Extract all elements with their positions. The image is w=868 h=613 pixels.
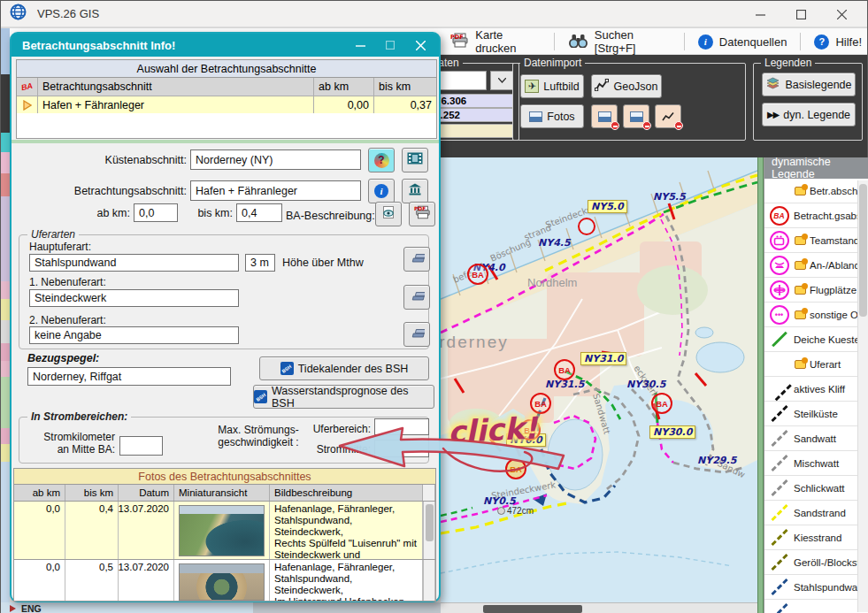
info-bubble-icon <box>795 360 806 369</box>
legend-item[interactable]: Sandstrand <box>764 501 868 525</box>
view-description-button[interactable] <box>375 202 402 226</box>
photos-col-bild[interactable]: Bildbeschreibung <box>270 485 423 501</box>
layers-icon <box>765 77 780 92</box>
photos-col-biskm[interactable]: bis km <box>65 485 119 501</box>
print-map-button[interactable]: PDF Karte drucken <box>445 28 546 55</box>
dialog-close-button[interactable] <box>405 34 435 56</box>
dialog-maximize-button[interactable] <box>375 34 405 56</box>
photo-row[interactable]: 0,0 0,4 13.07.2020 Hafenanlage, Fähranle… <box>13 502 436 560</box>
map-ba-marker[interactable] <box>578 218 595 235</box>
film-button[interactable] <box>402 148 428 172</box>
legend-item[interactable]: An-/Ablandeort <box>764 253 868 278</box>
uferbereich-input[interactable] <box>374 418 429 435</box>
search-button[interactable]: Suchen [Strg+F] <box>563 28 676 55</box>
nebenuferart2-input[interactable]: keine Angabe <box>29 326 239 344</box>
photos-col-miniatur[interactable]: Miniaturansicht <box>174 485 270 501</box>
print-description-button[interactable]: PDF <box>409 202 435 226</box>
column-header-abkm[interactable]: ab km <box>314 78 374 96</box>
data-sources-button[interactable]: i Datenquellen <box>693 34 793 50</box>
tide-calendar-button[interactable]: BSHTidekalender des BSH <box>259 356 429 380</box>
photos-scroll-thumb[interactable] <box>426 504 434 541</box>
strommitte-input[interactable] <box>374 440 429 457</box>
svg-text:PDF: PDF <box>450 34 464 41</box>
legend-item[interactable]: BABetracht.gsabschnitt <box>764 203 868 228</box>
click-annotation: click! <box>447 410 539 449</box>
nebenuferart1-input[interactable]: Steindeckwerk <box>29 289 239 307</box>
legend-item-label: Uferart <box>810 359 841 370</box>
remove-geojson-button[interactable] <box>655 104 681 128</box>
shore-type-swatch <box>771 430 787 447</box>
dynamic-legend-button[interactable]: ▶▶ dyn. Legende <box>762 103 856 126</box>
aerial-image-button[interactable]: ✈Luftbild <box>520 74 584 98</box>
legend-item[interactable]: Mischwatt <box>764 451 868 476</box>
ba-circle-icon: BA <box>770 206 789 226</box>
stromkilometer-input[interactable] <box>119 436 163 456</box>
data-import-group-title: Datenimport <box>520 57 585 69</box>
remove-photos-button[interactable] <box>623 104 649 128</box>
nebenuferart2-lookup-button[interactable] <box>403 322 430 347</box>
legend-item[interactable]: Deiche Kueste <box>764 327 868 352</box>
row-abkm: 0,00 <box>314 96 374 113</box>
map-view[interactable]: Steindeckwerk strand Böschung befe Sandw… <box>441 157 757 602</box>
remove-aerial-button[interactable] <box>591 104 618 128</box>
photos-col-abkm[interactable]: ab km <box>14 485 65 501</box>
legend-item-partial[interactable] <box>764 600 868 613</box>
photo-thumbnail[interactable] <box>179 505 265 556</box>
dialog-titlebar[interactable]: Betrachtungsabschnitt Info! <box>12 34 439 57</box>
map-legend-splitter[interactable] <box>757 157 764 613</box>
section-info-button[interactable]: i <box>368 179 395 203</box>
window-maximize-button[interactable] <box>780 1 821 27</box>
map-horizontal-scrollbar[interactable] <box>441 602 757 613</box>
base-legend-button[interactable]: Basislegende <box>762 73 856 96</box>
legend-item[interactable]: Sandwatt <box>764 426 868 451</box>
legend-item[interactable]: •••sonstige Orte <box>764 303 868 327</box>
select-coast-section-button[interactable]: ? <box>368 148 395 172</box>
legend-item[interactable]: Geröll-/Blockstrand <box>764 550 868 575</box>
geojson-button[interactable]: GeoJson <box>591 74 662 98</box>
legend-item[interactable]: Stahlspundwand <box>764 575 868 600</box>
water-level-forecast-button[interactable]: BSHWasserstandsprognose des BSH <box>253 385 434 409</box>
legend-item[interactable]: Flugplätze <box>764 278 868 303</box>
shore-type-swatch <box>771 405 787 422</box>
legend-scroll-thumb[interactable] <box>859 184 867 317</box>
legend-item[interactable]: Steilküste <box>764 402 868 426</box>
photos-col-datum[interactable]: Datum <box>119 485 174 501</box>
nebenuferart1-lookup-button[interactable] <box>403 285 430 310</box>
biskm-input[interactable]: 0,4 <box>236 203 282 222</box>
map-ba-marker[interactable]: BA <box>467 264 488 285</box>
legend-item[interactable]: Schlickwatt <box>764 476 868 501</box>
book-icon <box>410 326 425 342</box>
betrachtungsabschnitt-input[interactable]: Hafen + Fähranleger <box>190 180 361 201</box>
map-hscroll-thumb[interactable] <box>483 605 582 613</box>
legend-item[interactable]: Uferart <box>764 352 868 377</box>
map-ba-marker[interactable]: BA <box>651 393 672 414</box>
legend-item[interactable]: Kiesstrand <box>764 525 868 550</box>
building-button[interactable] <box>402 179 428 203</box>
dialog-minimize-button[interactable] <box>345 34 375 56</box>
hauptuferart-input[interactable]: Stahlspundwand <box>29 254 239 272</box>
window-close-button[interactable] <box>821 1 862 27</box>
table-row[interactable]: Hafen + Fähranleger 0,00 0,37 <box>17 96 436 113</box>
help-button[interactable]: ? Hilfe! <box>809 34 867 50</box>
abkm-input[interactable]: 0,0 <box>134 203 178 222</box>
map-ba-marker[interactable]: BA <box>554 359 575 380</box>
legend-item[interactable]: Teamstandorte <box>764 228 868 253</box>
legend-item[interactable]: Betr.abschnitt M <box>764 179 868 203</box>
legend-item[interactable]: aktives Kliff <box>764 377 868 402</box>
photos-button[interactable]: Fotos <box>520 104 584 128</box>
kuestenabschnitt-input[interactable]: Norderney (NY) <box>190 149 361 170</box>
hoehe-input[interactable]: 3 m <box>245 254 275 272</box>
column-header-name[interactable]: Betrachtungsabschnitt <box>38 78 314 96</box>
column-header-biskm[interactable]: bis km <box>374 78 436 96</box>
photo-row[interactable]: 0,0 0,5 13.07.2020 Hafenanlage, Fähranle… <box>13 560 436 602</box>
map-ba-marker-active[interactable]: BA <box>505 458 526 479</box>
legend-scrollbar[interactable] <box>857 180 868 612</box>
zone-dropdown-button[interactable] <box>490 71 513 90</box>
hauptuferart-lookup-button[interactable] <box>403 247 430 272</box>
window-minimize-button[interactable] <box>740 1 780 27</box>
photos-scrollbar[interactable] <box>423 502 435 559</box>
film-icon <box>407 152 423 168</box>
photo-thumbnail[interactable] <box>179 563 265 601</box>
bezugspegel-input[interactable]: Norderney, Riffgat <box>27 367 231 386</box>
photos-table: Fotos des Betrachtungsabschnittes ab km … <box>13 468 436 602</box>
